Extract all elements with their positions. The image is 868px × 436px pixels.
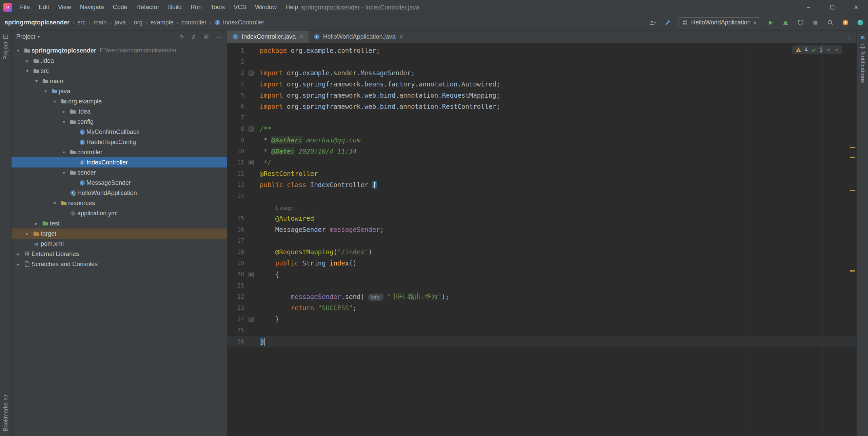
tree-item[interactable]: ▾springrmqtopicsenderE:\learn\springrmqt… [12, 45, 227, 56]
build-hammer-icon[interactable] [663, 18, 672, 27]
tree-item[interactable]: ▾java [12, 86, 227, 96]
close-button[interactable]: × [844, 0, 868, 15]
chevron-collapsed-icon[interactable]: ▸ [23, 58, 32, 63]
minimize-button[interactable] [797, 0, 821, 15]
tree-item[interactable]: ▾sender [12, 167, 227, 178]
menu-tools[interactable]: Tools [206, 0, 229, 15]
chevron-expanded-icon[interactable]: ▾ [59, 170, 68, 175]
fold-icon[interactable]: − [249, 126, 254, 132]
tree-item[interactable]: CMessageSender [12, 178, 227, 188]
tree-item[interactable]: ▸.idea [12, 106, 227, 117]
chevron-expanded-icon[interactable]: ▾ [59, 150, 68, 155]
menu-edit[interactable]: Edit [34, 0, 54, 15]
breadcrumb-item[interactable]: CIndexController [214, 19, 264, 26]
bookmarks-tool-button[interactable]: Bookmarks [0, 395, 11, 431]
tree-item[interactable]: ▾config [12, 117, 227, 127]
debug-button[interactable] [781, 18, 790, 27]
editor-tab[interactable]: CHelloWorldApplication.java× [309, 31, 408, 43]
fold-icon[interactable]: − [249, 317, 254, 322]
tree-item[interactable]: ▸test [12, 218, 227, 229]
tree-item[interactable]: ▾src [12, 66, 227, 76]
locate-file-icon[interactable] [178, 34, 184, 40]
tree-item[interactable]: ▸Scratches and Consoles [12, 259, 227, 269]
breadcrumb-item[interactable]: org [134, 19, 142, 26]
fold-gutter [244, 45, 258, 56]
more-options-icon[interactable]: ⋮ [846, 33, 852, 41]
breadcrumb-item[interactable]: src [77, 19, 85, 26]
menu-build[interactable]: Build [164, 0, 186, 15]
fold-icon[interactable]: − [249, 160, 254, 165]
tree-item[interactable]: ▸target [12, 229, 227, 239]
code-text: * @Auther: moerhai@qq.com [258, 135, 360, 146]
menu-view[interactable]: View [54, 0, 76, 15]
hide-panel-icon[interactable]: — [216, 33, 222, 40]
error-stripe-mark[interactable] [850, 270, 855, 272]
chevron-down-icon[interactable]: ▾ [38, 34, 40, 39]
tree-item[interactable]: CIndexController [12, 157, 227, 167]
chevron-collapsed-icon[interactable]: ▸ [59, 109, 68, 114]
menu-run[interactable]: Run [186, 0, 206, 15]
menu-refactor[interactable]: Refactor [132, 0, 164, 15]
error-stripe-mark[interactable] [850, 147, 855, 148]
notifications-tool-button[interactable]: Notifications [859, 40, 866, 83]
menu-file[interactable]: File [16, 0, 34, 15]
chevron-expanded-icon[interactable]: ▾ [50, 200, 59, 206]
breadcrumb-item[interactable]: main [94, 19, 107, 26]
tree-item[interactable]: ▸External Libraries [12, 249, 227, 259]
chevron-expanded-icon[interactable]: ▾ [41, 88, 50, 94]
menu-navigate[interactable]: Navigate [76, 0, 108, 15]
stop-button[interactable] [811, 18, 820, 27]
fold-icon[interactable]: − [249, 272, 254, 277]
chevron-expanded-icon[interactable]: ▾ [32, 78, 41, 84]
code-with-me-users-icon[interactable] [648, 18, 657, 27]
tree-item[interactable]: ▾controller [12, 147, 227, 157]
menu-code[interactable]: Code [108, 0, 132, 15]
coverage-button[interactable] [796, 18, 805, 27]
chevron-expanded-icon[interactable]: ▾ [23, 68, 32, 74]
panel-title[interactable]: Project [16, 33, 35, 40]
gear-icon[interactable] [203, 34, 209, 40]
tab-close-icon[interactable]: × [299, 33, 303, 41]
run-configuration-select[interactable]: HelloWorldApplication ▾ [678, 17, 760, 28]
chevron-expanded-icon[interactable]: ▾ [59, 119, 68, 124]
chevron-collapsed-icon[interactable]: ▸ [23, 231, 32, 236]
error-stripe-mark[interactable] [850, 157, 855, 158]
tree-item[interactable]: application.yml [12, 208, 227, 218]
search-everywhere-icon[interactable] [826, 18, 835, 27]
maven-tool-button[interactable]: m [860, 31, 866, 40]
next-problem-chevron-icon[interactable] [834, 47, 839, 53]
chevron-expanded-icon[interactable]: ▾ [50, 99, 59, 104]
tree-item[interactable]: ▸.idea [12, 56, 227, 66]
editor[interactable]: 1package org.example.controller;23−impor… [227, 43, 856, 436]
code-with-me-status-icon[interactable] [856, 18, 865, 27]
chevron-collapsed-icon[interactable]: ▸ [14, 261, 23, 267]
menu-help[interactable]: Help [281, 0, 302, 15]
run-button[interactable] [766, 18, 775, 27]
editor-tab[interactable]: CIndexController.java× [227, 31, 309, 43]
fold-icon[interactable]: − [249, 71, 254, 76]
breadcrumb-item[interactable]: controller [181, 19, 206, 26]
breadcrumb-item[interactable]: java [115, 19, 126, 26]
tree-item[interactable]: ▾resources [12, 198, 227, 208]
tree-item[interactable]: CRabbitTopicConfig [12, 137, 227, 147]
menu-vcs[interactable]: VCS [229, 0, 251, 15]
error-stripe-mark[interactable] [850, 190, 855, 191]
inspections-widget[interactable]: 4 1 [792, 45, 842, 54]
collapse-all-icon[interactable] [191, 34, 197, 40]
prev-problem-chevron-icon[interactable] [826, 47, 831, 53]
chevron-expanded-icon[interactable]: ▾ [14, 48, 23, 53]
project-tool-button[interactable]: Project [2, 31, 9, 60]
maximize-button[interactable] [821, 0, 844, 15]
ide-update-icon[interactable] [841, 18, 850, 27]
breadcrumb-item[interactable]: springrmqtopicsender [5, 19, 70, 26]
chevron-collapsed-icon[interactable]: ▸ [32, 221, 41, 226]
tab-close-icon[interactable]: × [399, 33, 403, 41]
tree-item[interactable]: ▾org.example [12, 96, 227, 106]
chevron-collapsed-icon[interactable]: ▸ [14, 251, 23, 257]
tree-item[interactable]: ▾main [12, 76, 227, 86]
menu-window[interactable]: Window [251, 0, 281, 15]
tree-item[interactable]: CHelloWorldApplication [12, 188, 227, 198]
tree-item[interactable]: mpom.xml [12, 239, 227, 249]
tree-item[interactable]: CMyConfirmCallback [12, 127, 227, 137]
breadcrumb-item[interactable]: example [151, 19, 174, 26]
